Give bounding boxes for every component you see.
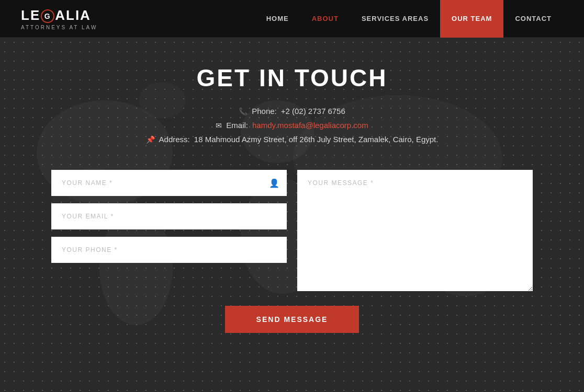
email-icon: ✉ (216, 121, 222, 130)
contact-form: 👤 (41, 170, 543, 293)
message-textarea[interactable] (297, 170, 533, 291)
address-line: 📌 Address: 18 Mahmoud Azmy Street, off 2… (146, 135, 439, 144)
content-wrapper: GET IN TOUCH 📞 Phone: +2 (02) 2737 6756 … (0, 38, 584, 354)
phone-input[interactable] (51, 237, 287, 263)
email-line: ✉ Email: hamdy.mostafa@legaliacorp.com (216, 121, 368, 130)
name-input[interactable] (51, 170, 287, 196)
logo-title: LEGALIA (21, 7, 97, 24)
phone-field-wrapper (51, 237, 287, 263)
logo-area: LEGALIA ATTORNEYS AT LAW (21, 7, 97, 30)
email-field-wrapper (51, 203, 287, 229)
nav-item-contact[interactable]: CONTACT (503, 0, 563, 38)
nav-item-services[interactable]: SERVICES AREAS (350, 0, 440, 38)
form-right-column (297, 170, 533, 293)
address-label: Address: (159, 135, 190, 144)
phone-line: 📞 Phone: +2 (02) 2737 6756 (239, 107, 345, 116)
address-value: 18 Mahmoud Azmy Street, off 26th July St… (194, 135, 439, 144)
main-nav: HOME ABOUT SERVICES AREAS OUR TEAM CONTA… (255, 0, 563, 38)
logo-text-le: LE (21, 7, 40, 23)
contact-info: 📞 Phone: +2 (02) 2737 6756 ✉ Email: hamd… (146, 107, 439, 144)
send-message-button[interactable]: SEND MESSAGE (225, 306, 360, 333)
name-icon: 👤 (269, 178, 279, 188)
location-icon: 📌 (146, 135, 155, 144)
email-value[interactable]: hamdy.mostafa@legaliacorp.com (252, 121, 368, 130)
main-content: GET IN TOUCH 📞 Phone: +2 (02) 2737 6756 … (0, 38, 584, 392)
nav-item-home[interactable]: HOME (255, 0, 300, 38)
phone-icon: 📞 (239, 107, 248, 116)
email-input[interactable] (51, 203, 287, 229)
logo-subtitle: ATTORNEYS AT LAW (21, 25, 97, 30)
logo-text-alia: ALIA (55, 7, 91, 23)
phone-label: Phone: (252, 107, 277, 116)
page-title: GET IN TOUCH (197, 64, 388, 92)
send-button-wrapper: SEND MESSAGE (225, 306, 360, 354)
nav-item-about[interactable]: ABOUT (300, 0, 350, 38)
nav-item-our-team[interactable]: OUR TEAM (440, 0, 503, 38)
form-left-column: 👤 (51, 170, 287, 293)
phone-value: +2 (02) 2737 6756 (281, 107, 345, 116)
site-header: LEGALIA ATTORNEYS AT LAW HOME ABOUT SERV… (0, 0, 584, 38)
name-field-wrapper: 👤 (51, 170, 287, 196)
logo-g-circle: G (41, 9, 54, 23)
email-label: Email: (226, 121, 248, 130)
